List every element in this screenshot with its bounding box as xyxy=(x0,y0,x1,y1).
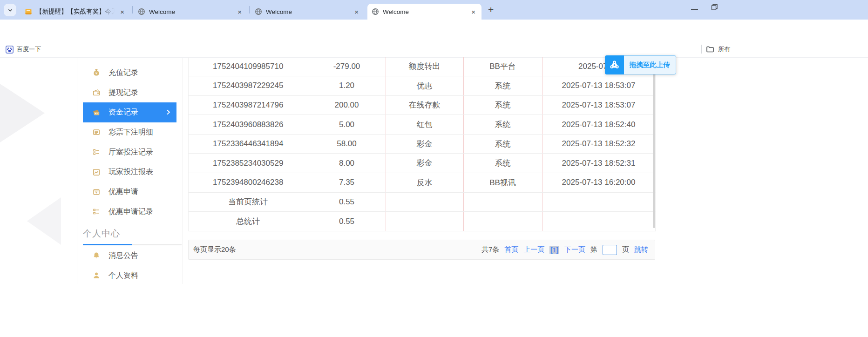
gift-icon: ¥ xyxy=(92,188,101,196)
sidebar-item[interactable]: 玩家投注报表 xyxy=(83,162,176,182)
sidebar-item[interactable]: 个人资料 xyxy=(83,266,176,286)
jump-prefix-label: 第 xyxy=(590,245,597,254)
window-minimize-button[interactable] xyxy=(691,9,698,10)
next-page-link[interactable]: 下一页 xyxy=(564,245,585,254)
netdisk-logo-icon xyxy=(605,55,624,74)
baidu-paw-icon xyxy=(6,46,14,54)
table-cell: 当前页统计 xyxy=(189,192,308,212)
watermark-triangle xyxy=(27,197,61,245)
sidebar-item-label: 优惠申请记录 xyxy=(108,207,153,217)
table-cell: 1752403987214796 xyxy=(189,95,308,115)
table-cell xyxy=(542,192,655,212)
table-cell: 8.00 xyxy=(308,154,386,173)
table-cell xyxy=(542,212,655,231)
folder-icon xyxy=(706,45,714,53)
table-cell: 彩金 xyxy=(386,134,463,154)
table-cell: 2025-07-13 18:53:07 xyxy=(542,76,655,96)
tab-welcome-active[interactable]: Welcome × xyxy=(367,4,481,20)
table-cell xyxy=(463,192,542,212)
sidebar-item[interactable]: 资金记录 xyxy=(83,102,176,122)
netdisk-upload-widget[interactable]: 拖拽至此上传 xyxy=(605,55,676,74)
table-row: 17523948002462387.35反水BB视讯2025-07-13 16:… xyxy=(189,173,655,193)
table-scrollbar[interactable] xyxy=(653,58,655,228)
tab-title: Welcome xyxy=(266,8,349,15)
sidebar-item-label: 提现记录 xyxy=(108,88,138,98)
upload-widget-label: 拖拽至此上传 xyxy=(624,55,676,74)
sidebar-item[interactable]: ¥优惠申请 xyxy=(83,182,176,202)
table-cell: 1752336446341894 xyxy=(189,134,308,154)
sidebar-item[interactable]: 消息公告 xyxy=(83,246,176,266)
bookmark-baidu[interactable]: 百度一下 xyxy=(6,45,41,54)
sidebar-item-label: 彩票下注明细 xyxy=(108,128,153,137)
table-cell: 1752385234030529 xyxy=(189,154,308,173)
table-row: 1752404109985710-279.00额度转出BB平台2025-07-1… xyxy=(189,57,655,76)
tab-separator xyxy=(132,6,133,13)
table-cell: 200.00 xyxy=(308,95,386,115)
sidebar-item-label: 消息公告 xyxy=(108,251,138,261)
active-underline-segment xyxy=(83,244,132,245)
tab-welcome-1[interactable]: Welcome × xyxy=(134,4,248,20)
list-icon xyxy=(92,208,101,216)
table-cell: 优惠 xyxy=(386,76,463,96)
sidebar-section-underline xyxy=(83,244,182,245)
sidebar-section-title: 个人中心 xyxy=(83,228,183,240)
sidebar-item-label: 充值记录 xyxy=(108,68,138,78)
table-row: 17524039608838265.00红包系统2025-07-13 18:52… xyxy=(189,115,655,135)
table-cell: 1752404109985710 xyxy=(189,57,308,76)
table-cell: BB视讯 xyxy=(463,173,542,193)
table-cell: 5.00 xyxy=(308,115,386,135)
table-cell: 2025-07-13 18:53:07 xyxy=(542,95,655,115)
person-icon xyxy=(92,271,101,280)
sidebar-item[interactable]: 厅室投注记录 xyxy=(83,142,176,162)
table-cell: 2025-07-13 16:20:00 xyxy=(542,173,655,193)
tab-close-icon[interactable]: × xyxy=(469,7,477,16)
tab-close-icon[interactable]: × xyxy=(236,7,244,16)
all-bookmarks-label: 所有 xyxy=(718,45,730,54)
sidebar-menu: ¥充值记录提现记录资金记录彩票下注明细厅室投注记录玩家投注报表¥优惠申请优惠申请… xyxy=(77,63,183,222)
sidebar-personal-menu: 消息公告个人资料 xyxy=(77,246,183,285)
sidebar-item[interactable]: 提现记录 xyxy=(83,83,176,103)
tab-title: Welcome xyxy=(383,8,466,15)
sidebar-item[interactable]: ¥充值记录 xyxy=(83,63,176,83)
chevron-right-icon xyxy=(164,108,172,116)
tab-separator xyxy=(249,6,250,13)
tab-close-icon[interactable]: × xyxy=(353,7,360,16)
tab-welcome-2[interactable]: Welcome × xyxy=(251,4,365,20)
browser-tab-strip: 【新提醒】【实战有奖】今天在 × Welcome × Welcome × Wel… xyxy=(0,0,868,20)
bookmark-label: 百度一下 xyxy=(17,45,41,54)
sidebar-item-label: 资金记录 xyxy=(108,108,138,117)
new-tab-button[interactable]: + xyxy=(488,4,494,15)
sidebar-item-label: 厅室投注记录 xyxy=(108,148,153,157)
table-row: 17524039872292451.20优惠系统2025-07-13 18:53… xyxy=(189,76,655,96)
table-row: 当前页统计0.55 xyxy=(189,192,655,212)
tab-search-button[interactable] xyxy=(4,4,16,16)
sidebar-right-border xyxy=(183,58,183,284)
jump-suffix-label: 页 xyxy=(622,245,629,254)
tab-close-icon[interactable]: × xyxy=(118,7,126,16)
table-cell xyxy=(463,212,542,231)
table-cell: 总统计 xyxy=(189,212,308,231)
list-icon xyxy=(92,148,101,156)
total-count-label: 共7条 xyxy=(481,245,499,254)
svg-text:¥: ¥ xyxy=(95,191,97,195)
table-cell: BB平台 xyxy=(463,57,542,76)
watermark-triangle xyxy=(0,84,45,142)
table-cell xyxy=(386,212,463,231)
page-number-input[interactable] xyxy=(603,245,617,255)
window-restore-button[interactable] xyxy=(711,3,719,11)
tab-forum[interactable]: 【新提醒】【实战有奖】今天在 × xyxy=(20,4,130,20)
table-cell: 彩金 xyxy=(386,154,463,173)
current-page-indicator: [1] xyxy=(549,246,559,254)
bookmarks-bar xyxy=(0,41,868,57)
sidebar-item[interactable]: 彩票下注明细 xyxy=(83,122,176,142)
prev-page-link[interactable]: 上一页 xyxy=(523,245,544,254)
table-cell: 系统 xyxy=(463,134,542,154)
sidebar-item[interactable]: 优惠申请记录 xyxy=(83,202,176,222)
table-cell: 1752394800246238 xyxy=(189,173,308,193)
table-cell: 系统 xyxy=(463,76,542,96)
jump-button[interactable]: 跳转 xyxy=(634,245,648,254)
table-cell: 7.35 xyxy=(308,173,386,193)
table-row: 17523852340305298.00彩金系统2025-07-13 18:52… xyxy=(189,154,655,173)
all-bookmarks-button[interactable]: 所有 xyxy=(701,45,730,54)
first-page-link[interactable]: 首页 xyxy=(504,245,518,254)
